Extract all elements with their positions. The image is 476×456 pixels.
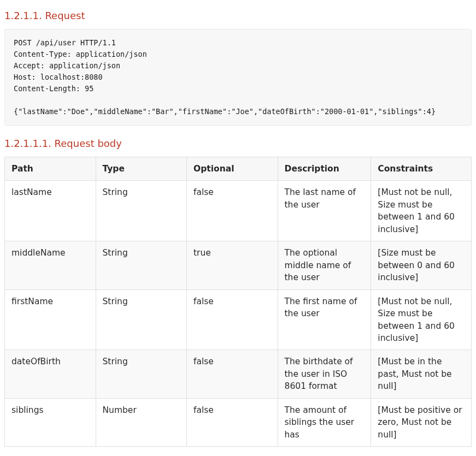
header-type: Type bbox=[96, 157, 187, 180]
header-optional: Optional bbox=[187, 157, 278, 180]
cell-description: The amount of siblings the user has bbox=[278, 398, 371, 446]
cell-description: The last name of the user bbox=[278, 181, 371, 241]
cell-description: The optional middle name of the user bbox=[278, 241, 371, 289]
cell-type: String bbox=[96, 350, 187, 398]
cell-description: The birthdate of the user in ISO 8601 fo… bbox=[278, 350, 371, 398]
cell-path: siblings bbox=[5, 398, 96, 446]
table-row: siblings Number false The amount of sibl… bbox=[5, 398, 472, 446]
cell-constraints: [Must be in the past, Must not be null] bbox=[371, 350, 472, 398]
cell-optional: true bbox=[187, 241, 278, 289]
cell-constraints: [Must be positive or zero, Must not be n… bbox=[371, 398, 472, 446]
table-row: middleName String true The optional midd… bbox=[5, 241, 472, 289]
header-description: Description bbox=[278, 157, 371, 180]
cell-path: dateOfBirth bbox=[5, 350, 96, 398]
request-body-table: Path Type Optional Description Constrain… bbox=[4, 157, 472, 447]
header-path: Path bbox=[5, 157, 96, 180]
table-row: dateOfBirth String false The birthdate o… bbox=[5, 350, 472, 398]
cell-type: String bbox=[96, 289, 187, 350]
table-header-row: Path Type Optional Description Constrain… bbox=[5, 157, 472, 180]
table-row: firstName String false The first name of… bbox=[5, 289, 472, 350]
cell-path: lastName bbox=[5, 181, 96, 241]
cell-type: String bbox=[96, 181, 187, 241]
request-code-block: POST /api/user HTTP/1.1 Content-Type: ap… bbox=[4, 29, 472, 125]
cell-constraints: [Must not be null, Size must be between … bbox=[371, 181, 472, 241]
request-body-section-title: 1.2.1.1.1. Request body bbox=[4, 137, 472, 150]
cell-constraints: [Must not be null, Size must be between … bbox=[371, 289, 472, 350]
cell-optional: false bbox=[187, 181, 278, 241]
request-section-title: 1.2.1.1. Request bbox=[4, 9, 472, 22]
cell-type: Number bbox=[96, 398, 187, 446]
cell-optional: false bbox=[187, 398, 278, 446]
cell-path: firstName bbox=[5, 289, 96, 350]
cell-optional: false bbox=[187, 350, 278, 398]
header-constraints: Constraints bbox=[371, 157, 472, 180]
table-row: lastName String false The last name of t… bbox=[5, 181, 472, 241]
cell-description: The first name of the user bbox=[278, 289, 371, 350]
cell-constraints: [Size must be between 0 and 60 inclusive… bbox=[371, 241, 472, 289]
cell-type: String bbox=[96, 241, 187, 289]
cell-path: middleName bbox=[5, 241, 96, 289]
cell-optional: false bbox=[187, 289, 278, 350]
